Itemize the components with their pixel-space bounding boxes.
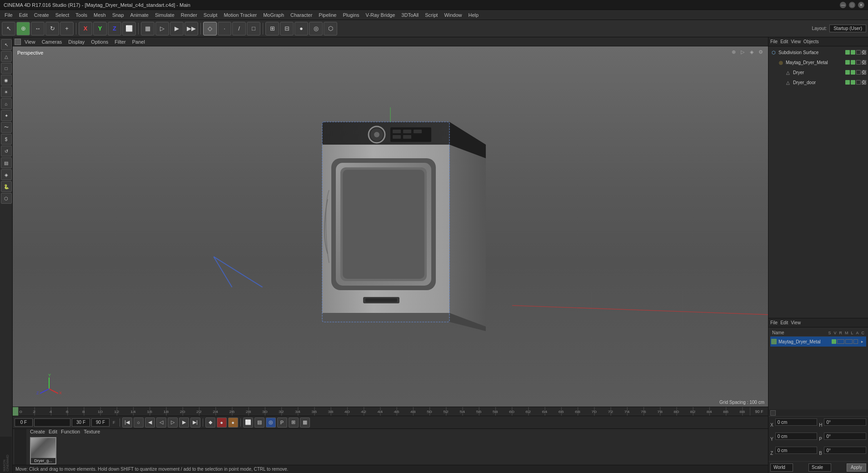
sidebar-camera[interactable]: ◉ bbox=[1, 75, 12, 86]
om-row-maytag[interactable]: ◎ Maytag_Dryer_Metal bbox=[768, 57, 868, 67]
sidebar-spline[interactable]: 〜 bbox=[1, 122, 12, 133]
transport-layout-mode[interactable]: ▦ bbox=[300, 418, 310, 428]
toolbar-object[interactable]: ⊕ bbox=[16, 22, 30, 35]
vp-icon-settings[interactable]: ⚙ bbox=[757, 48, 764, 55]
toolbar-scale[interactable]: ↔ bbox=[31, 22, 45, 35]
vp-menu-options[interactable]: Options bbox=[88, 39, 111, 45]
transport-grid-mode[interactable]: ⊞ bbox=[289, 418, 299, 428]
transport-next-key[interactable]: ▶ bbox=[179, 418, 189, 428]
cm-handle[interactable] bbox=[770, 410, 776, 416]
timeline-ruler[interactable]: 0 2 4 6 8 10 12 14 bbox=[18, 407, 750, 416]
transport-keyframe[interactable]: ◆ bbox=[205, 418, 215, 428]
om-file[interactable]: File bbox=[770, 39, 778, 44]
mat-edit[interactable]: Edit bbox=[49, 429, 57, 434]
sidebar-python2[interactable]: ⬡ bbox=[1, 193, 12, 204]
menu-motion-tracker[interactable]: Motion Tracker bbox=[221, 11, 259, 19]
vp-icon-camera[interactable]: ⊕ bbox=[730, 48, 737, 55]
menu-script[interactable]: Script bbox=[422, 11, 440, 19]
am-view[interactable]: View bbox=[791, 320, 801, 325]
transport-goto-end[interactable]: ▶| bbox=[190, 418, 200, 428]
om-edit[interactable]: Edit bbox=[780, 39, 788, 44]
cm-y-field[interactable]: 0 cm bbox=[775, 433, 818, 440]
om-row-dryer-door[interactable]: △ Dryer_door bbox=[768, 77, 868, 87]
menu-3dtoall[interactable]: 3DToAll bbox=[399, 11, 421, 19]
toolbar-x-axis[interactable]: X bbox=[79, 22, 92, 35]
mat-create[interactable]: Create bbox=[30, 429, 45, 434]
sidebar-light[interactable]: ☀ bbox=[1, 86, 12, 97]
transport-playback-mode[interactable]: ◎ bbox=[266, 418, 276, 428]
menu-snap[interactable]: Snap bbox=[110, 11, 127, 19]
toolbar-render-to[interactable]: ▶▶ bbox=[185, 22, 198, 35]
om-row-subdiv[interactable]: ⬡ Subdivision Surface bbox=[768, 47, 868, 57]
transport-record[interactable]: ○ bbox=[134, 418, 144, 428]
menu-plugins[interactable]: Plugins bbox=[340, 11, 362, 19]
layout-dropdown[interactable]: Startup (User) bbox=[829, 25, 866, 32]
transport-play[interactable]: ▷ bbox=[168, 418, 178, 428]
transport-prev-key[interactable]: ◀ bbox=[145, 418, 155, 428]
vp-menu-filter[interactable]: Filter bbox=[112, 39, 128, 45]
am-edit[interactable]: Edit bbox=[780, 320, 788, 325]
om-row-dryer[interactable]: △ Dryer bbox=[768, 67, 868, 77]
close-button[interactable]: ✕ bbox=[858, 2, 864, 8]
maximize-button[interactable]: □ bbox=[849, 2, 855, 8]
minimize-button[interactable]: — bbox=[840, 2, 846, 8]
vp-menu-cameras[interactable]: Cameras bbox=[39, 39, 65, 45]
transport-motion-clip[interactable]: ⬜ bbox=[243, 418, 253, 428]
menu-window[interactable]: Window bbox=[441, 11, 464, 19]
mat-texture[interactable]: Texture bbox=[84, 429, 100, 434]
sidebar-cube[interactable]: □ bbox=[1, 63, 12, 74]
menu-character[interactable]: Character bbox=[288, 11, 315, 19]
transport-play-back[interactable]: ◁ bbox=[156, 418, 166, 428]
menu-simulate[interactable]: Simulate bbox=[152, 11, 177, 19]
menu-mesh[interactable]: Mesh bbox=[91, 11, 109, 19]
vp-icon-render[interactable]: ▷ bbox=[739, 48, 746, 55]
toolbar-rotate[interactable]: ↻ bbox=[45, 22, 59, 35]
toolbar-snap4[interactable]: ◎ bbox=[309, 22, 323, 35]
cm-world-dropdown[interactable]: World bbox=[770, 463, 793, 472]
sidebar-generator[interactable]: $ bbox=[1, 134, 12, 145]
toolbar-edge-mode[interactable]: / bbox=[232, 22, 246, 35]
menu-file[interactable]: File bbox=[2, 11, 15, 19]
sidebar-null[interactable]: ✦ bbox=[1, 110, 12, 121]
am-row-more[interactable]: ▸ bbox=[859, 339, 865, 344]
sidebar-mat[interactable]: ◈ bbox=[1, 169, 12, 180]
am-row-btn[interactable] bbox=[837, 339, 844, 344]
menu-render[interactable]: Render bbox=[178, 11, 200, 19]
om-objects[interactable]: Objects bbox=[803, 39, 819, 44]
cm-p-field[interactable]: 0° bbox=[824, 433, 866, 440]
toolbar-point-mode[interactable]: · bbox=[218, 22, 231, 35]
toolbar-render-region[interactable]: ▦ bbox=[141, 22, 155, 35]
end-frame-field[interactable]: 90 F bbox=[91, 418, 110, 427]
vp-icon-display[interactable]: ◈ bbox=[748, 48, 755, 55]
mat-function[interactable]: Function bbox=[61, 429, 80, 434]
menu-animate[interactable]: Animate bbox=[128, 11, 151, 19]
toolbar-snap3[interactable]: ● bbox=[294, 22, 308, 35]
menu-help[interactable]: Help bbox=[466, 11, 482, 19]
toolbar-object-mode[interactable]: ◇ bbox=[203, 22, 217, 35]
toolbar-move[interactable]: ↖ bbox=[2, 22, 15, 35]
vp-menu-panel[interactable]: Panel bbox=[130, 39, 148, 45]
transport-fps-mode[interactable]: P bbox=[277, 418, 287, 428]
menu-tools[interactable]: Tools bbox=[73, 11, 90, 19]
cm-b-field[interactable]: 0° bbox=[824, 447, 866, 454]
material-thumbnail[interactable]: Dryer_g... bbox=[30, 437, 56, 464]
toolbar-z-axis[interactable]: Z bbox=[108, 22, 121, 35]
transport-goto-start[interactable]: |◀ bbox=[122, 418, 132, 428]
am-row-btn2[interactable] bbox=[845, 339, 853, 344]
cm-apply-button[interactable]: Apply bbox=[847, 463, 866, 472]
menu-pipeline[interactable]: Pipeline bbox=[316, 11, 339, 19]
sidebar-select[interactable]: ↖ bbox=[1, 39, 12, 50]
menu-v-ray-bridge[interactable]: V-Ray Bridge bbox=[363, 11, 398, 19]
sidebar-effector[interactable]: ↺ bbox=[1, 146, 12, 156]
viewport-handle[interactable] bbox=[15, 39, 21, 45]
menu-mograph[interactable]: MoGraph bbox=[260, 11, 287, 19]
toolbar-render-view[interactable]: ▷ bbox=[155, 22, 169, 35]
toolbar-render[interactable]: ▶ bbox=[170, 22, 184, 35]
toolbar-snap5[interactable]: ⬡ bbox=[324, 22, 337, 35]
menu-select[interactable]: Select bbox=[53, 11, 72, 19]
cm-scale-dropdown[interactable]: Scale bbox=[808, 463, 831, 472]
toolbar-add[interactable]: + bbox=[60, 22, 74, 35]
cm-x-field[interactable]: 0 cm bbox=[775, 418, 818, 426]
toolbar-world[interactable]: ⬜ bbox=[122, 22, 136, 35]
fps-field[interactable]: 30 F bbox=[72, 418, 90, 427]
